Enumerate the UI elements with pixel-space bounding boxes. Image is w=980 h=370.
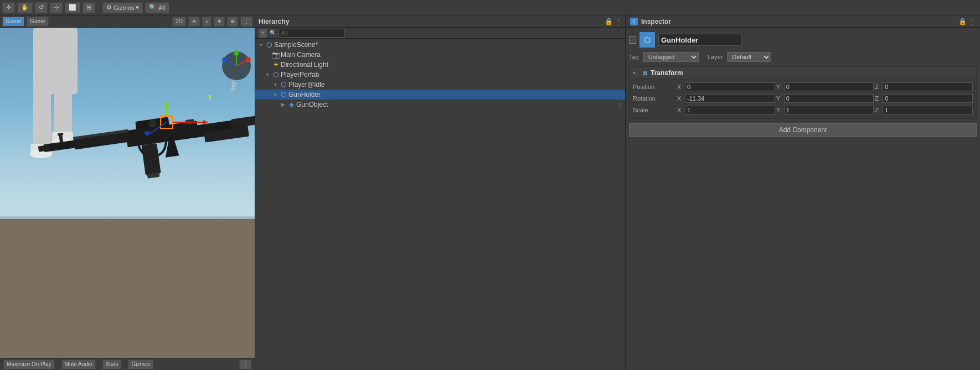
position-label: Position	[633, 84, 677, 90]
transform-body: Position X Y Z	[630, 79, 976, 118]
playerperfab-label: PlayerPerfab	[281, 71, 319, 79]
more-icon[interactable]: ⋮	[615, 18, 622, 25]
rotation-x-field: X	[677, 94, 775, 103]
rotation-z-input[interactable]	[883, 94, 973, 103]
rotation-label: Rotation	[633, 95, 677, 102]
scene-grid-lines	[0, 212, 255, 358]
gizmos-btn[interactable]: ⚙ Gizmos ▾	[102, 2, 143, 13]
tag-dropdown[interactable]: Untagged	[643, 52, 699, 62]
hierarchy-content: ▾ ⬡ SampleScene* 📷 Main Camera ☀ Directi…	[255, 39, 625, 370]
transform-name: Transform	[651, 69, 683, 77]
position-row: Position X Y Z	[633, 81, 973, 92]
hidden-btn[interactable]: ⊕	[227, 17, 238, 27]
scale-x-input[interactable]	[685, 106, 775, 114]
scale-row: Scale X Y Z	[633, 105, 973, 116]
more-scene-btn[interactable]: ⋮	[240, 17, 252, 27]
svg-rect-9	[33, 28, 78, 94]
playerperfab-icon: ⬡	[272, 71, 280, 79]
hierarchy-item-gun-holder[interactable]: ▾ ⬡ GunHolder	[255, 90, 625, 100]
tool-hand[interactable]: ✋	[17, 2, 33, 13]
scale-fields: X Y Z	[677, 106, 973, 114]
expand-gunobject-arrow: ▶	[280, 101, 286, 108]
tool-rect[interactable]: ⬜	[65, 2, 80, 13]
all-label: All	[158, 4, 165, 11]
tool-scale[interactable]: ⊹	[50, 2, 63, 13]
position-y-field: Y	[776, 82, 874, 91]
game-tab[interactable]: Game	[27, 17, 48, 27]
hierarchy-item-player-idle[interactable]: ▾ ⬡ Player@Idle	[255, 80, 625, 90]
hierarchy-item-sample-scene[interactable]: ▾ ⬡ SampleScene*	[255, 40, 625, 50]
scale-z-label: Z	[875, 107, 881, 113]
scale-y-input[interactable]	[784, 106, 874, 114]
inspector-more-icon[interactable]: ⋮	[969, 18, 976, 25]
svg-marker-35	[203, 120, 208, 124]
hierarchy-add-btn[interactable]: +	[259, 28, 267, 38]
hierarchy-item-directional-light[interactable]: ☀ Directional Light	[255, 60, 625, 70]
go-name-input[interactable]	[658, 34, 741, 46]
transform-gizmo	[144, 102, 210, 147]
tool-transform[interactable]: ⊞	[82, 2, 95, 13]
hierarchy-title: Hierarchy	[259, 18, 289, 25]
position-fields: X Y Z	[677, 82, 973, 91]
2d-btn[interactable]: 2D	[172, 17, 186, 27]
svg-rect-19	[141, 143, 161, 175]
hierarchy-item-gun-object[interactable]: ▶ ◈ GunObject ❯	[255, 100, 625, 110]
checkbox-check: ✓	[631, 37, 635, 43]
inspector-lock-icon[interactable]: 🔒	[958, 18, 967, 25]
hierarchy-search-input[interactable]	[278, 29, 345, 38]
position-x-input[interactable]	[685, 82, 775, 91]
gunobject-icon: ◈	[287, 101, 295, 108]
all-btn[interactable]: 🔍 All	[145, 2, 169, 13]
scene-bottom-bar: Maximize On Play Mute Audio Stats Gizmos…	[0, 358, 255, 370]
tool-rotate[interactable]: ↺	[35, 2, 48, 13]
gizmos-bottom-btn[interactable]: Gizmos	[128, 359, 153, 369]
go-active-checkbox[interactable]: ✓	[629, 37, 636, 44]
maximize-on-play-btn[interactable]: Maximize On Play	[3, 359, 55, 369]
lock-icon[interactable]: 🔒	[605, 18, 613, 25]
scene-tab[interactable]: Scene	[2, 17, 24, 27]
audio-btn[interactable]: ♪	[202, 17, 212, 27]
expand-scene-arrow: ▾	[257, 41, 264, 48]
transform-header[interactable]: ▾ ⊞ Transform	[630, 67, 976, 79]
tool-move[interactable]: ✛	[2, 2, 15, 13]
expand-playerperfab-arrow: ▾	[264, 71, 271, 78]
svg-line-8	[194, 212, 221, 358]
hierarchy-item-main-camera[interactable]: 📷 Main Camera	[255, 50, 625, 60]
rotation-y-input[interactable]	[784, 94, 874, 103]
rot-y-label: Y	[776, 95, 783, 102]
effects-btn[interactable]: ✦	[214, 17, 225, 27]
svg-line-7	[144, 212, 166, 358]
scene-view: Scene Game 2D ☀ ♪ ✦ ⊕ ⋮	[0, 15, 255, 370]
gun-object	[28, 88, 255, 199]
hierarchy-header: Hierarchy 🔒 ⋮	[255, 15, 625, 28]
rotation-z-field: Z	[875, 94, 973, 103]
stats-btn[interactable]: Stats	[102, 359, 122, 369]
camera-label: Main Camera	[281, 51, 321, 59]
scale-x-field: X	[677, 106, 775, 114]
position-x-field: X	[677, 82, 775, 91]
add-component-btn[interactable]: Add Component	[629, 123, 977, 137]
hierarchy-item-player-perfab[interactable]: ▾ ⬡ PlayerPerfab	[255, 70, 625, 80]
scale-x-label: X	[677, 107, 684, 113]
scale-z-field: Z	[875, 106, 973, 114]
rotation-x-input[interactable]	[685, 94, 775, 103]
transform-expand-arrow: ▾	[633, 70, 638, 76]
scene-canvas[interactable]: Y Right X Y Z	[0, 28, 255, 358]
rotation-y-field: Y	[776, 94, 874, 103]
tag-label: Tag	[629, 54, 639, 60]
light-label: Directional Light	[281, 61, 328, 69]
rot-z-label: Z	[875, 95, 881, 102]
go-icon: ⬡	[639, 32, 655, 48]
position-y-input[interactable]	[784, 82, 874, 91]
scale-y-label: Y	[776, 107, 783, 113]
inspector-icon: i	[630, 18, 638, 25]
position-z-input[interactable]	[883, 82, 973, 91]
svg-text:Z: Z	[223, 59, 225, 62]
scene-more-btn[interactable]: ⋮	[239, 359, 251, 369]
mute-audio-btn[interactable]: Mute Audio	[61, 359, 96, 369]
search-icon: 🔍	[270, 30, 276, 36]
scale-z-input[interactable]	[883, 106, 973, 114]
svg-text:Y: Y	[234, 52, 237, 56]
lighting-btn[interactable]: ☀	[188, 17, 200, 27]
layer-dropdown[interactable]: Default	[727, 52, 771, 62]
